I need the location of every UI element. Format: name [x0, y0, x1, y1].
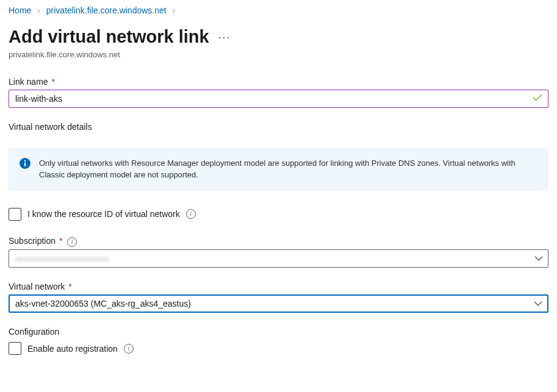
breadcrumb-separator-1: › — [34, 5, 44, 15]
know-resource-id-checkbox[interactable] — [9, 208, 21, 221]
auto-registration-label: Enable auto registration — [27, 343, 118, 354]
required-indicator: * — [66, 282, 71, 291]
svg-rect-1 — [24, 162, 26, 166]
know-resource-id-label: I know the resource ID of virtual networ… — [27, 208, 180, 219]
subscription-label: Subscription * i — [9, 235, 548, 247]
info-banner: Only virtual networks with Resource Mana… — [9, 148, 548, 191]
page-subtitle: privatelink.file.core.windows.net — [9, 50, 548, 60]
subscription-info-icon[interactable]: i — [67, 237, 77, 247]
link-name-label: Link name * — [9, 76, 548, 87]
section-vnet-details: Virtual network details — [9, 121, 548, 132]
required-indicator: * — [49, 77, 55, 87]
subscription-value: ——————————— — [15, 253, 109, 264]
virtual-network-select[interactable]: aks-vnet-32000653 (MC_aks-rg_aks4_eastus… — [9, 294, 548, 313]
info-banner-text: Only virtual networks with Resource Mana… — [39, 158, 537, 181]
breadcrumb-separator-2: › — [169, 5, 179, 15]
svg-point-2 — [24, 160, 26, 162]
chevron-down-icon — [534, 298, 542, 309]
checkmark-icon — [533, 93, 542, 104]
subscription-select[interactable]: ——————————— — [9, 249, 548, 268]
breadcrumb-zone[interactable]: privatelink.file.core.windows.net — [46, 5, 167, 15]
breadcrumb-home[interactable]: Home — [9, 5, 31, 15]
section-configuration: Configuration — [9, 326, 548, 337]
chevron-down-icon — [534, 253, 543, 264]
link-name-input[interactable] — [9, 90, 548, 108]
know-resource-id-info-icon[interactable]: i — [186, 209, 196, 219]
breadcrumb: Home › privatelink.file.core.windows.net… — [9, 5, 548, 16]
info-banner-icon — [20, 158, 31, 172]
virtual-network-value: aks-vnet-32000653 (MC_aks-rg_aks4_eastus… — [15, 298, 191, 309]
page-title: Add virtual network link — [9, 26, 209, 49]
more-actions-button[interactable]: ⋯ — [218, 29, 230, 49]
required-indicator: * — [57, 236, 62, 246]
virtual-network-label: Virtual network * — [9, 281, 548, 292]
auto-registration-checkbox[interactable] — [9, 342, 21, 355]
auto-registration-info-icon[interactable]: i — [124, 344, 134, 354]
